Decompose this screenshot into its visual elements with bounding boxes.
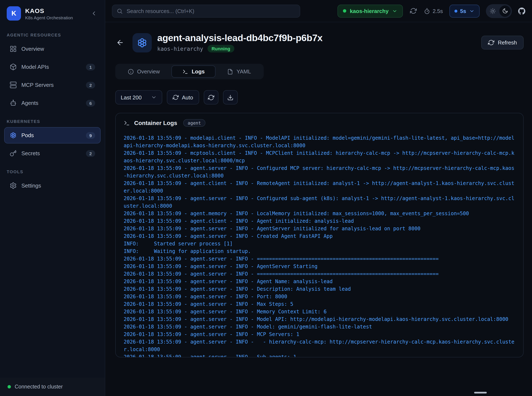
main-area: kaos-hierarchy 2.5s 5s bbox=[105, 0, 532, 396]
pods-icon bbox=[10, 132, 17, 139]
page-title-block: agent-analysis-lead-db4bc7f9b-p6b7x kaos… bbox=[157, 33, 323, 52]
status-badge: Running bbox=[207, 45, 234, 52]
back-button[interactable] bbox=[113, 35, 127, 50]
info-icon bbox=[128, 69, 134, 75]
refresh-icon bbox=[208, 94, 214, 100]
refresh-interval-value: 5s bbox=[460, 8, 466, 14]
log-controls: Last 200 Auto bbox=[115, 90, 524, 105]
search-icon bbox=[117, 8, 123, 14]
gear-icon bbox=[10, 182, 17, 189]
tab-logs[interactable]: Logs bbox=[172, 65, 216, 78]
chevron-down-icon bbox=[469, 8, 475, 14]
interval-dot bbox=[454, 9, 457, 12]
chevron-down-icon bbox=[392, 8, 397, 14]
sidebar-item-label: Secrets bbox=[21, 150, 40, 157]
refresh-duration-value: 2.5s bbox=[433, 8, 443, 14]
sidebar-item-mcp-servers[interactable]: MCP Servers 2 bbox=[4, 77, 101, 93]
bot-icon bbox=[10, 99, 17, 106]
page-header: agent-analysis-lead-db4bc7f9b-p6b7x kaos… bbox=[115, 33, 524, 52]
cube-icon bbox=[10, 63, 17, 70]
auto-refresh-label: Auto bbox=[182, 94, 193, 100]
download-logs-button[interactable] bbox=[223, 90, 237, 105]
search-input[interactable] bbox=[112, 4, 300, 17]
moon-icon bbox=[502, 8, 508, 14]
sidebar-item-label: Settings bbox=[21, 182, 41, 189]
download-icon bbox=[227, 94, 233, 100]
refresh-icon bbox=[173, 94, 179, 100]
tab-bar: Overview Logs YAML bbox=[115, 64, 263, 79]
count-badge: 2 bbox=[86, 150, 95, 157]
theme-toggle[interactable] bbox=[486, 4, 512, 18]
scrollbar[interactable] bbox=[474, 392, 487, 394]
sun-icon bbox=[490, 8, 496, 14]
section-label-tools: TOOLS bbox=[7, 169, 98, 174]
tab-yaml[interactable]: YAML bbox=[217, 65, 262, 78]
sidebar-item-overview[interactable]: Overview bbox=[4, 41, 101, 57]
app-name: KAOS bbox=[25, 7, 73, 14]
key-icon bbox=[10, 150, 17, 157]
count-badge: 9 bbox=[86, 132, 95, 139]
terminal-icon bbox=[124, 120, 130, 126]
log-panel-title: Container Logs bbox=[134, 120, 177, 126]
auto-refresh-button[interactable]: Auto bbox=[167, 90, 199, 105]
sidebar-collapse-button[interactable] bbox=[89, 8, 99, 18]
namespace-status-dot bbox=[343, 9, 347, 12]
section-label-kubernetes: KUBERNETES bbox=[7, 119, 98, 124]
sidebar: K KAOS K8s Agent Orchestration AGENTIC R… bbox=[0, 0, 105, 396]
sidebar-item-label: Overview bbox=[21, 46, 44, 52]
log-lines-select[interactable]: Last 200 bbox=[115, 90, 162, 105]
server-icon bbox=[10, 82, 17, 88]
sidebar-header: K KAOS K8s Agent Orchestration bbox=[0, 0, 105, 26]
tab-label: YAML bbox=[237, 68, 251, 75]
refresh-button[interactable]: Refresh bbox=[481, 36, 524, 49]
refresh-duration: 2.5s bbox=[424, 8, 443, 14]
sidebar-item-label: Agents bbox=[21, 100, 38, 106]
topbar-actions: kaos-hierarchy 2.5s 5s bbox=[338, 4, 525, 18]
app-title-block: KAOS K8s Agent Orchestration bbox=[25, 7, 73, 20]
namespace-selector[interactable]: kaos-hierarchy bbox=[338, 4, 403, 17]
count-badge: 1 bbox=[86, 64, 95, 70]
refresh-logs-button[interactable] bbox=[204, 90, 218, 105]
log-output[interactable]: 2026-01-18 13:55:09 - modelapi.client - … bbox=[116, 131, 523, 357]
light-theme-button[interactable] bbox=[487, 5, 498, 17]
refresh-icon bbox=[410, 8, 417, 14]
sidebar-item-agents[interactable]: Agents 6 bbox=[4, 95, 101, 111]
count-badge: 6 bbox=[86, 100, 95, 106]
log-panel: Container Logs agent 2026-01-18 13:55:09… bbox=[115, 113, 524, 357]
cluster-status: Connected to cluster bbox=[0, 378, 105, 396]
sidebar-item-settings[interactable]: Settings bbox=[4, 177, 101, 194]
file-icon bbox=[227, 69, 233, 75]
log-panel-header: Container Logs agent bbox=[116, 113, 523, 131]
app-root: K KAOS K8s Agent Orchestration AGENTIC R… bbox=[0, 0, 532, 396]
page-title: agent-analysis-lead-db4bc7f9b-p6b7x bbox=[157, 33, 323, 44]
search-box[interactable] bbox=[112, 4, 300, 17]
sidebar-item-model-apis[interactable]: Model APIs 1 bbox=[4, 59, 101, 75]
refresh-interval-selector[interactable]: 5s bbox=[449, 4, 480, 17]
sidebar-item-label: MCP Servers bbox=[21, 82, 54, 88]
tab-label: Overview bbox=[137, 68, 160, 75]
arrow-left-icon bbox=[116, 39, 124, 47]
pod-namespace: kaos-hierarchy bbox=[157, 46, 203, 52]
app-subtitle: K8s Agent Orchestration bbox=[25, 15, 73, 20]
log-lines-select-value: Last 200 bbox=[121, 94, 142, 100]
app-logo: K bbox=[7, 6, 21, 21]
refresh-button-label: Refresh bbox=[498, 39, 517, 46]
count-badge: 2 bbox=[86, 82, 95, 88]
global-refresh-button[interactable] bbox=[409, 7, 418, 15]
timer-icon bbox=[424, 8, 430, 14]
grid-icon bbox=[10, 45, 17, 52]
terminal-icon bbox=[182, 69, 188, 75]
chevron-down-icon bbox=[151, 94, 157, 100]
status-dot bbox=[8, 385, 11, 388]
page-subtitle: kaos-hierarchy Running bbox=[157, 45, 323, 52]
namespace-selector-label: kaos-hierarchy bbox=[350, 8, 389, 14]
github-icon[interactable] bbox=[518, 7, 525, 14]
section-label-agentic-resources: AGENTIC RESOURCES bbox=[7, 33, 98, 37]
topbar: kaos-hierarchy 2.5s 5s bbox=[105, 0, 532, 22]
dark-theme-button[interactable] bbox=[499, 5, 511, 17]
container-badge: agent bbox=[183, 119, 206, 127]
tab-overview[interactable]: Overview bbox=[117, 65, 171, 78]
sidebar-item-pods[interactable]: Pods 9 bbox=[4, 127, 101, 143]
tab-label: Logs bbox=[192, 68, 205, 75]
sidebar-item-secrets[interactable]: Secrets 2 bbox=[4, 145, 101, 162]
